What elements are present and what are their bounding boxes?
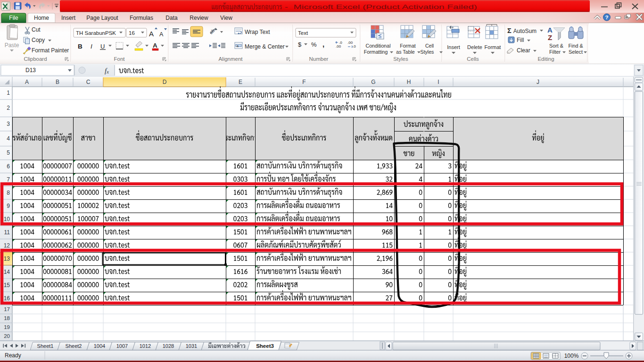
svg-text:Insert: Insert bbox=[447, 44, 460, 50]
svg-text:Sort &: Sort & bbox=[549, 43, 564, 49]
svg-text:Fill: Fill bbox=[517, 37, 524, 43]
svg-text:G: G bbox=[371, 79, 375, 85]
svg-text:B: B bbox=[78, 43, 83, 50]
svg-text:A: A bbox=[149, 30, 154, 38]
svg-text:.0: .0 bbox=[353, 44, 356, 49]
svg-text:D: D bbox=[163, 79, 167, 85]
svg-text:1007: 1007 bbox=[116, 343, 128, 349]
svg-text:D13: D13 bbox=[25, 67, 36, 74]
svg-text:7: 7 bbox=[7, 176, 10, 183]
svg-text:J: J bbox=[537, 79, 539, 85]
svg-text:10: 10 bbox=[4, 216, 10, 222]
svg-text:8: 8 bbox=[7, 189, 10, 196]
svg-text:13: 13 bbox=[4, 255, 10, 262]
svg-text:?: ? bbox=[605, 15, 608, 20]
svg-text:Clipboard: Clipboard bbox=[24, 56, 47, 62]
svg-text:E: E bbox=[239, 79, 242, 85]
svg-text:A: A bbox=[153, 42, 157, 49]
svg-text:Merge & Center: Merge & Center bbox=[245, 43, 285, 50]
svg-text:Number: Number bbox=[309, 56, 329, 62]
svg-text:4: 4 bbox=[7, 135, 10, 142]
svg-text:Sheet1: Sheet1 bbox=[37, 343, 54, 349]
svg-text:File: File bbox=[9, 15, 18, 21]
svg-text:Formatting: Formatting bbox=[364, 49, 388, 55]
svg-text:I: I bbox=[438, 79, 439, 85]
svg-text:TH SarabunPSK: TH SarabunPSK bbox=[76, 30, 116, 36]
svg-text:A: A bbox=[25, 79, 29, 85]
svg-text:Format: Format bbox=[485, 44, 501, 50]
svg-text:6: 6 bbox=[7, 163, 10, 170]
svg-text:2: 2 bbox=[7, 105, 10, 111]
svg-text:1: 1 bbox=[7, 90, 10, 96]
svg-text:Cell: Cell bbox=[425, 43, 434, 49]
svg-text:11: 11 bbox=[4, 229, 10, 236]
svg-text:Z: Z bbox=[548, 33, 552, 41]
svg-text:Insert: Insert bbox=[61, 15, 76, 21]
svg-text:Data: Data bbox=[165, 15, 178, 21]
svg-text:Formulas: Formulas bbox=[130, 15, 153, 21]
svg-text:1031: 1031 bbox=[186, 343, 197, 349]
svg-text:3: 3 bbox=[7, 121, 10, 127]
svg-text:1012: 1012 bbox=[140, 343, 151, 349]
svg-text:U: U bbox=[100, 43, 105, 50]
svg-text:Find &: Find & bbox=[568, 43, 583, 49]
svg-text:Wrap Text: Wrap Text bbox=[245, 29, 270, 35]
svg-text:Home: Home bbox=[34, 15, 49, 21]
svg-text:Delete: Delete bbox=[467, 44, 482, 50]
svg-text:View: View bbox=[220, 15, 232, 21]
svg-text:$: $ bbox=[298, 41, 302, 48]
svg-text:Conditional: Conditional bbox=[365, 43, 390, 49]
svg-text:Styles: Styles bbox=[393, 56, 408, 62]
svg-text:C: C bbox=[86, 79, 91, 85]
svg-text:Clear: Clear bbox=[517, 47, 530, 54]
svg-text:Page Layout: Page Layout bbox=[86, 15, 118, 21]
svg-text:16: 16 bbox=[4, 295, 10, 302]
svg-text:19: 19 bbox=[4, 324, 10, 330]
svg-text:17: 17 bbox=[4, 306, 10, 312]
svg-text:Font: Font bbox=[114, 56, 125, 62]
svg-text:I: I bbox=[91, 43, 92, 50]
svg-text:A: A bbox=[159, 31, 164, 38]
svg-text:.00: .00 bbox=[336, 44, 341, 49]
svg-text:Cut: Cut bbox=[32, 26, 41, 33]
svg-text:%: % bbox=[311, 41, 317, 48]
svg-text:Copy: Copy bbox=[32, 37, 45, 43]
svg-text:Styles: Styles bbox=[421, 49, 434, 55]
svg-text:Select: Select bbox=[569, 49, 583, 55]
svg-text:1004: 1004 bbox=[94, 343, 105, 349]
svg-text:Paste: Paste bbox=[5, 42, 19, 49]
svg-text:Alignment: Alignment bbox=[218, 56, 243, 62]
svg-text:Review: Review bbox=[190, 15, 208, 21]
svg-text:Format Painter: Format Painter bbox=[32, 47, 69, 54]
svg-text:Editing: Editing bbox=[537, 56, 554, 62]
svg-text:H: H bbox=[407, 79, 411, 85]
svg-text:16: 16 bbox=[129, 30, 135, 36]
svg-text:Sheet3: Sheet3 bbox=[256, 343, 274, 349]
svg-text:1028: 1028 bbox=[163, 343, 174, 349]
svg-text:9: 9 bbox=[7, 203, 10, 209]
svg-text:Cells: Cells bbox=[467, 56, 479, 62]
svg-text:Text: Text bbox=[298, 30, 308, 36]
svg-text:Ready: Ready bbox=[5, 352, 21, 359]
svg-text:.00: .00 bbox=[347, 41, 353, 45]
svg-text:20: 20 bbox=[4, 333, 10, 339]
svg-text:Filter: Filter bbox=[549, 49, 561, 55]
svg-text:12: 12 bbox=[4, 242, 10, 249]
svg-text:5: 5 bbox=[7, 149, 10, 156]
svg-text:B: B bbox=[56, 79, 59, 85]
svg-text:15: 15 bbox=[4, 282, 10, 288]
svg-text:F: F bbox=[302, 79, 305, 85]
svg-text:,: , bbox=[322, 40, 324, 48]
svg-text:a: a bbox=[237, 44, 239, 48]
svg-text:- Microsoft Excel (Product Ac: - Microsoft Excel (Product Activation Fa… bbox=[285, 3, 477, 10]
svg-text:Sheet2: Sheet2 bbox=[66, 343, 82, 349]
svg-text:Format: Format bbox=[400, 43, 416, 49]
svg-text:18: 18 bbox=[4, 315, 10, 321]
svg-text:A: A bbox=[547, 26, 553, 34]
svg-text:100%: 100% bbox=[564, 353, 579, 359]
svg-text:14: 14 bbox=[4, 269, 10, 275]
svg-text:as Table: as Table bbox=[396, 49, 414, 55]
